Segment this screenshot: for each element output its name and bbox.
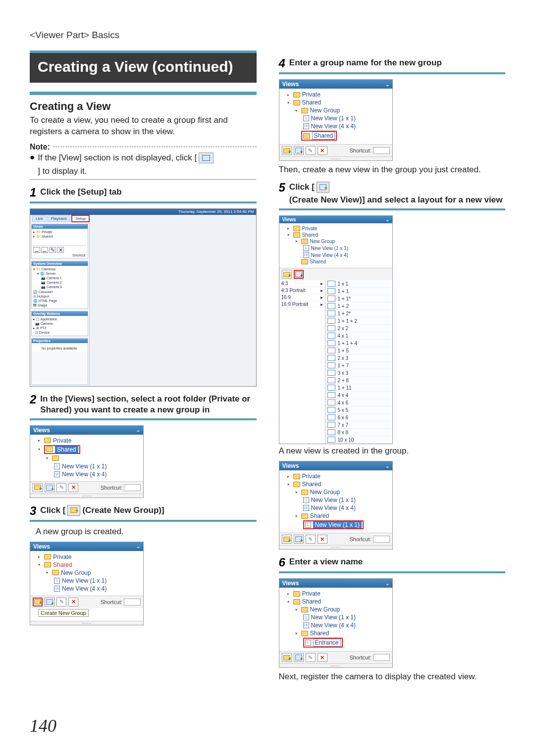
tree-newview-selected[interactable]: New View (1 x 1) bbox=[313, 521, 362, 528]
layout-1x1-icon: 1 bbox=[54, 463, 60, 469]
create-view-button[interactable] bbox=[294, 146, 304, 155]
folder-icon bbox=[52, 455, 59, 461]
layout-option[interactable]: 1 x 1 bbox=[325, 280, 392, 288]
layout-option[interactable]: 2 + 8 bbox=[325, 377, 392, 384]
create-group-button[interactable] bbox=[33, 483, 43, 492]
layout-option[interactable]: 8 x 8 bbox=[325, 429, 392, 436]
right-column: 4 Enter a group name for the new group V… bbox=[279, 50, 506, 687]
views-panel-step2: Views⌄ ▸Private ▾Shared ▾roup 1New View … bbox=[30, 425, 144, 498]
shot-sys-head: System Overview bbox=[32, 261, 88, 266]
create-group-button-highlight[interactable] bbox=[33, 598, 43, 606]
views-header: Views bbox=[33, 427, 50, 434]
layout-option[interactable]: 10 x 10 bbox=[325, 436, 392, 444]
folder-icon bbox=[44, 554, 51, 559]
tab-playback[interactable]: Playback bbox=[48, 215, 70, 222]
step-5-text: Click [ (Create New View)] and select a … bbox=[289, 182, 505, 205]
collapse-icon[interactable]: ⌄ bbox=[136, 544, 140, 549]
tree-newgroup[interactable]: New Group bbox=[61, 569, 91, 576]
folder-icon bbox=[293, 100, 300, 105]
tab-setup[interactable]: Setup bbox=[71, 215, 90, 222]
layout-option[interactable]: 7 x 7 bbox=[325, 421, 392, 429]
layout-option[interactable]: 3 x 3 bbox=[325, 369, 392, 377]
layout-picker-screenshot: Views⌄ ▸Private ▾Shared ▾New Group 1New … bbox=[279, 215, 393, 444]
step-1-text: Click the [Setup] tab bbox=[40, 187, 256, 198]
tree-view-1x1[interactable]: New View (1 x 1) bbox=[62, 463, 107, 470]
collapse-icon[interactable]: ⌄ bbox=[136, 427, 140, 433]
step-5-after: A new view is created in the group. bbox=[279, 446, 506, 456]
layout-option[interactable]: 2 x 2 bbox=[325, 325, 392, 332]
create-view-button[interactable] bbox=[45, 598, 54, 606]
collapse-icon[interactable]: ⌄ bbox=[385, 82, 389, 87]
rename-button[interactable]: ✎ bbox=[306, 146, 316, 155]
tree-private[interactable]: Private bbox=[53, 437, 71, 444]
title-text: Creating a View (continued) bbox=[38, 58, 249, 76]
tree-view-1x1[interactable]: New View (1 x 1) bbox=[62, 577, 107, 584]
step-2-num: 2 bbox=[30, 394, 36, 405]
step-4: 4 Enter a group name for the new group bbox=[279, 57, 506, 69]
shortcut-input[interactable] bbox=[124, 484, 141, 491]
view-plus-icon bbox=[46, 485, 53, 491]
aspect-16-9[interactable]: 16:9▸ bbox=[279, 294, 325, 301]
create-view-button-highlight[interactable] bbox=[294, 270, 304, 279]
layout-option[interactable]: 6 x 6 bbox=[325, 414, 392, 421]
step-3-text: Click [ (Create New Group)] bbox=[40, 505, 256, 516]
note-text-a: If the [View] section is not displayed, … bbox=[38, 152, 197, 164]
layout-option[interactable]: 1 + 1* bbox=[325, 295, 392, 302]
delete-button[interactable]: ✕ bbox=[318, 146, 327, 155]
layout-option[interactable]: 1 + 5 bbox=[325, 347, 392, 354]
pencil-icon: ✎ bbox=[59, 484, 64, 491]
layout-option[interactable]: 1 + 1 + 4 bbox=[325, 340, 392, 347]
step-6-after: Next, register the camera to display the… bbox=[279, 672, 506, 682]
create-group-button[interactable] bbox=[282, 146, 292, 155]
note-text-b: ] to display it. bbox=[38, 166, 87, 177]
step-4-text: Enter a group name for the new group bbox=[289, 57, 505, 68]
note-label: Note: bbox=[30, 143, 50, 151]
rename-button[interactable]: ✎ bbox=[56, 598, 66, 606]
create-view-button[interactable] bbox=[45, 483, 54, 492]
folder-plus-icon bbox=[34, 485, 41, 490]
shortcut-input[interactable] bbox=[124, 599, 141, 605]
layout-option[interactable]: 4 x 4 bbox=[325, 392, 392, 399]
layout-option[interactable]: 1 + 7 bbox=[325, 362, 392, 369]
layout-option[interactable]: 1 + 2 bbox=[325, 302, 392, 310]
tree-view-4x4[interactable]: New View (4 x 4) bbox=[62, 471, 107, 478]
step-3-num: 3 bbox=[30, 505, 36, 517]
delete-button[interactable]: ✕ bbox=[68, 598, 78, 606]
view-name-edit[interactable]: Entrance bbox=[313, 639, 341, 647]
layout-option[interactable]: 4 x 1 bbox=[325, 332, 392, 340]
tab-live[interactable]: Live bbox=[32, 215, 47, 222]
views-panel-step5b: Views⌄ ▸Private ▾Shared ▾New Group 1New … bbox=[279, 461, 393, 550]
breadcrumb: <Viewer Part> Basics bbox=[30, 30, 505, 41]
step-4-after: Then, create a new view in the group you… bbox=[279, 165, 506, 175]
note-bullet: ● If the [View] section is not displayed… bbox=[30, 152, 257, 177]
layout-1x1-icon: 1 bbox=[54, 578, 60, 584]
layout-option[interactable]: 4 x 6 bbox=[325, 399, 392, 406]
tree-view-4x4[interactable]: New View (4 x 4) bbox=[62, 585, 107, 592]
layout-option[interactable]: 1 + 11 bbox=[325, 384, 392, 392]
step-5: 5 Click [ (Create New View)] and select … bbox=[279, 182, 506, 205]
aspect-4-3-portrait[interactable]: 4:3 Portrait▸ bbox=[279, 287, 325, 294]
layout-option[interactable]: 5 x 5 bbox=[325, 406, 392, 414]
create-group-icon bbox=[67, 505, 80, 516]
create-view-icon bbox=[317, 182, 329, 193]
step-2-text: In the [Views] section, select a root fo… bbox=[40, 394, 256, 415]
group-name-edit[interactable]: Shared bbox=[312, 132, 335, 140]
tree-private[interactable]: Private bbox=[53, 554, 71, 560]
layout-4x4-icon: 16 bbox=[54, 471, 60, 477]
aspect-16-9-portrait[interactable]: 16:9 Portrait▸ bbox=[279, 301, 325, 308]
aspect-4-3[interactable]: 4:3▸ bbox=[279, 280, 325, 287]
rename-button[interactable]: ✎ bbox=[56, 483, 66, 492]
shot-datetime: Thursday, September 29, 2011 2:54:40 PM bbox=[178, 209, 254, 214]
tree-shared-selected[interactable]: Shared bbox=[55, 446, 78, 453]
layout-option[interactable]: 1 + 1 + 2 bbox=[325, 317, 392, 325]
delete-button[interactable]: ✕ bbox=[68, 483, 78, 492]
layout-option[interactable]: 1 + 2* bbox=[325, 310, 392, 317]
folder-icon bbox=[301, 108, 308, 113]
step-3: 3 Click [ (Create New Group)] bbox=[30, 505, 257, 517]
step-6: 6 Enter a view name bbox=[279, 556, 506, 568]
layout-option[interactable]: 1 + 1 bbox=[325, 288, 392, 295]
layout-option[interactable]: 2 x 3 bbox=[325, 354, 392, 362]
folder-icon bbox=[44, 562, 51, 567]
tree-shared[interactable]: Shared bbox=[53, 561, 72, 568]
step-6-num: 6 bbox=[279, 556, 285, 568]
